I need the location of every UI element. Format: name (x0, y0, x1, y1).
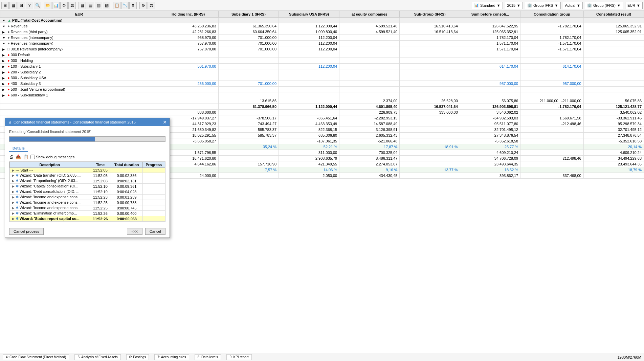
log-time: 11:52:23 (90, 195, 111, 200)
cell: 4.463.353,49 (279, 121, 339, 127)
expand-icon[interactable]: ▼ (2, 36, 6, 40)
log-row[interactable]: ▶ ✱ Wizard: 'Proportioning' (OID: 2.63..… (10, 178, 165, 184)
group-ifrs2-dropdown[interactable]: 🏢 Group (IFRS) ▼ (585, 2, 623, 9)
toolbar-btn-11[interactable]: ▤ (87, 2, 94, 9)
toolbar-btn-8[interactable]: ⚙ (60, 2, 68, 9)
statusbar-tab-accounting[interactable]: 7: Accounting rules (154, 354, 189, 360)
modal-close-button[interactable]: ✕ (163, 119, 167, 125)
log-dur (111, 168, 143, 173)
nav-prev-button[interactable]: <<< (127, 228, 142, 235)
log-row[interactable]: ▶ ✱ Wizard: 'Elimination of intercomp...… (10, 211, 165, 216)
log-row[interactable]: ▶ ✱ Wizard: 'Capital consolidation' (OI.… (10, 184, 165, 189)
tab-details[interactable]: Details (9, 145, 28, 152)
actual-dropdown[interactable]: Actual ▼ (563, 2, 583, 9)
expand-icon[interactable]: ▶ (2, 59, 6, 63)
log-row[interactable]: ▶ --- Start --- 11:52:05 (10, 168, 165, 173)
expand-icon[interactable]: ▶ (2, 53, 6, 57)
log-time: 11:52:05 (90, 173, 111, 178)
row-text: Revenues (intercompany) (11, 41, 53, 45)
row-expand[interactable]: ▶ (12, 201, 15, 204)
expand-icon[interactable]: ▶ (2, 88, 6, 91)
table-row: 61.378.966,50 1.122.000,44 4.601.895,40 … (0, 104, 644, 110)
cell: -2.605.332,43 (339, 133, 400, 138)
cell (583, 58, 644, 64)
row-expand[interactable]: ▶ (12, 174, 15, 177)
row-expand[interactable]: ▶ (12, 179, 15, 183)
print-icon[interactable]: 🖨 (9, 154, 14, 159)
row-expand[interactable]: ▶ (12, 206, 15, 210)
year-dropdown[interactable]: 2015 ▼ (505, 2, 523, 9)
copy-icon[interactable]: 📋 (23, 154, 28, 159)
statusbar-tab-cashflow[interactable]: 4: Cash Flow Statement (Direct Method) (3, 354, 69, 360)
log-row[interactable]: ▶ ✱ Wizard: 'Income and expense cons... … (10, 200, 165, 205)
toolbar-btn-14[interactable]: 📋 (113, 2, 120, 9)
bullet-icon: ● (7, 24, 10, 28)
statusbar-tab-postings[interactable]: 6: Postings (126, 354, 149, 360)
statusbar-tab-fixed-assets[interactable]: 5: Analysis of Fixed Assets (74, 354, 120, 360)
cell: 95.298.579,34 (583, 121, 644, 127)
toolbar-btn-10[interactable]: ▦ (79, 2, 86, 9)
toolbar-btn-16[interactable]: ⬆ (129, 2, 137, 9)
cancel-process-button[interactable]: Cancel process (9, 228, 44, 235)
cell: -585.783,37 (218, 127, 279, 133)
row-label (0, 104, 158, 110)
row-expand[interactable]: ▶ (12, 217, 15, 221)
toolbar-btn-13[interactable]: ▨ (103, 2, 110, 9)
log-row-running[interactable]: ▶ ✱ Wizard: 'Status report capital co...… (10, 216, 165, 222)
toolbar-btn-2[interactable]: ▦ (9, 2, 17, 9)
debug-checkbox-label[interactable]: Show debug messages (30, 155, 74, 159)
debug-checkbox[interactable] (30, 155, 35, 159)
toolbar-btn-1[interactable]: ⊞ (1, 2, 9, 9)
row-expand[interactable]: ▶ (12, 190, 15, 194)
eur-label: EUR (627, 3, 635, 7)
cell (520, 138, 583, 144)
row-expand[interactable]: ▶ (12, 195, 15, 199)
cell: 125.065.352,91 (583, 23, 644, 29)
expand-icon[interactable]: ▶ (2, 71, 6, 74)
expand-icon[interactable]: ▼ (2, 19, 6, 22)
expand-icon[interactable]: ▶ (2, 30, 6, 34)
expand-icon[interactable]: ▶ (2, 65, 6, 68)
toolbar-btn-12[interactable]: ▥ (95, 2, 102, 9)
cell: 614.170,04 (460, 64, 520, 69)
log-row[interactable]: ▶ ✱ Wizard: 'Data transfer' (OID: 2.635.… (10, 173, 165, 178)
expand-icon[interactable]: ▶ (2, 48, 6, 51)
progress-bar-container (9, 136, 165, 142)
toolbar-btn-4[interactable]: ? (26, 2, 33, 9)
log-table-container[interactable]: Description Time Total duration Progress… (9, 161, 165, 222)
log-col-desc: Description (10, 162, 90, 168)
row-text: 3018 Revenues (intercompany) (11, 47, 63, 51)
log-desc: ▶ ✱ Wizard: 'Income and expense cons... (10, 200, 90, 205)
row-expand[interactable]: ▶ (12, 211, 15, 215)
eur-dropdown[interactable]: EUR ▼ (625, 2, 643, 9)
toolbar-btn-9[interactable]: ⚖ (68, 2, 76, 9)
toolbar-btn-3[interactable]: ⊟ (18, 2, 25, 9)
export-icon[interactable]: 📤 (16, 154, 21, 159)
expand-icon[interactable]: ▶ (2, 76, 6, 80)
cell: -700.325,04 (339, 150, 400, 156)
cancel-button[interactable]: Cancel (145, 228, 165, 235)
cell: 16.510.413,64 (400, 23, 460, 29)
log-row[interactable]: ▶ ✱ Wizard: 'Debt consolidation' (OID: .… (10, 189, 165, 195)
toolbar-btn-5[interactable]: 🔍 (34, 2, 41, 9)
toolbar-btn-7[interactable]: 📊 (52, 2, 60, 9)
expand-icon[interactable]: ▼ (2, 25, 6, 28)
group-ifrs-dropdown[interactable]: 🏢 Group IFRS ▼ (525, 2, 561, 9)
col-subusa: Subsidiary USA (IFRS) (279, 11, 339, 18)
statusbar-tab-datalevels[interactable]: 8: Data levels (195, 354, 221, 360)
statusbar-tab-kpi[interactable]: 9: KPI report (226, 354, 251, 360)
log-time: 11:52:26 (90, 216, 111, 222)
log-row[interactable]: ▶ ✱ Wizard: 'Income and expense cons... … (10, 205, 165, 211)
toolbar-btn-6[interactable]: 📂 (44, 2, 51, 9)
row-expand[interactable]: ▶ (12, 184, 15, 188)
expand-icon[interactable]: ▶ (2, 82, 6, 86)
actual-label: Actual (565, 3, 576, 7)
row-expand[interactable]: ▶ (12, 168, 15, 172)
expand-icon[interactable]: ▶ (2, 94, 6, 97)
log-row[interactable]: ▶ ✱ Wizard: 'Income and expense cons... … (10, 195, 165, 200)
toolbar-btn-18[interactable]: ⚖ (148, 2, 155, 9)
expand-icon[interactable]: ▼ (2, 42, 6, 45)
standard-dropdown[interactable]: 📊 Standard ▼ (472, 2, 503, 9)
toolbar-btn-15[interactable]: 📉 (121, 2, 129, 9)
toolbar-btn-17[interactable]: ⚙ (139, 2, 147, 9)
